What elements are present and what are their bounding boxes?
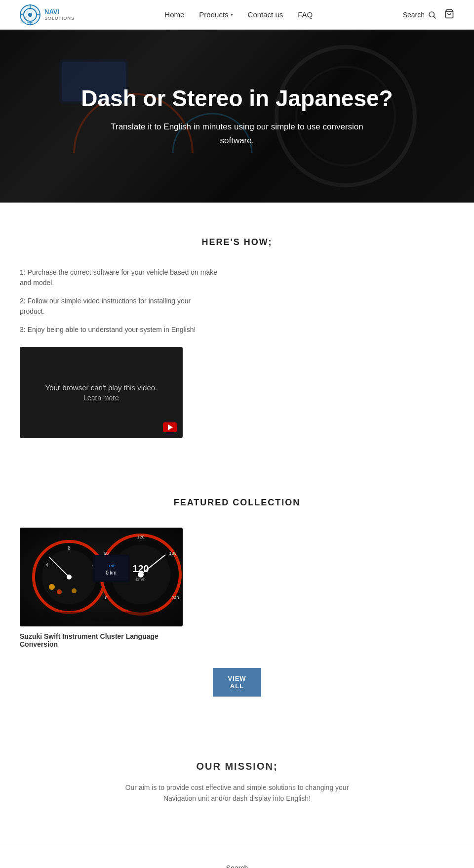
svg-text:0 km: 0 km	[106, 570, 117, 576]
cluster-svg: 8 4 4 120 km/h 120 60 180 0	[20, 528, 183, 626]
svg-text:0: 0	[105, 595, 107, 600]
search-icon	[428, 10, 436, 19]
view-all-button[interactable]: VIEWALL	[213, 668, 261, 697]
hero-title: Dash or Stereo in Japanese?	[81, 85, 393, 112]
step-1: 1: Purchase the correct software for you…	[20, 267, 217, 288]
cart-icon	[444, 9, 454, 19]
hero-content: Dash or Stereo in Japanese? Translate it…	[61, 85, 412, 147]
mission-text: Our aim is to provide cost effective and…	[118, 782, 356, 804]
nav-products[interactable]: Products	[199, 10, 228, 19]
svg-text:TRIP: TRIP	[107, 564, 116, 568]
nav-contact[interactable]: Contact us	[248, 10, 283, 19]
view-all-label: VIEWALL	[228, 675, 246, 690]
svg-text:180: 180	[169, 551, 176, 556]
svg-text:8: 8	[68, 545, 71, 551]
nav-faq[interactable]: FAQ	[298, 10, 313, 19]
hero-section: Dash or Stereo in Japanese? Translate it…	[0, 30, 474, 203]
main-nav: Home Products ▾ Contact us FAQ	[164, 10, 313, 19]
product-image: 8 4 4 120 km/h 120 60 180 0	[20, 528, 183, 626]
product-card[interactable]: 8 4 4 120 km/h 120 60 180 0	[20, 528, 183, 648]
featured-section: FEATURED COLLECTION 8 4	[0, 468, 474, 726]
svg-rect-37	[95, 556, 128, 580]
svg-point-17	[49, 584, 55, 590]
svg-point-8	[429, 12, 434, 17]
nav-home[interactable]: Home	[164, 10, 184, 19]
youtube-play-icon	[168, 424, 173, 430]
search-label: Search	[403, 11, 425, 19]
hero-subtitle: Translate it to English in minutes using…	[99, 120, 375, 147]
logo-text-navi: NAVI	[44, 8, 75, 15]
svg-line-9	[434, 16, 435, 18]
steps-list: 1: Purchase the correct software for you…	[20, 267, 217, 335]
cart-button[interactable]	[444, 9, 454, 21]
svg-text:120: 120	[137, 535, 144, 539]
footer-search-link[interactable]: Search	[0, 864, 474, 868]
nav-products-wrapper[interactable]: Products ▾	[199, 10, 233, 19]
svg-text:NAVI: NAVI	[27, 20, 33, 23]
svg-point-21	[67, 575, 72, 579]
svg-text:4: 4	[45, 563, 48, 568]
video-player[interactable]: Your browser can't play this video. Lear…	[20, 347, 183, 438]
chevron-down-icon: ▾	[231, 12, 233, 17]
logo[interactable]: NAVI NAVI SOLUTIONS	[20, 4, 75, 25]
logo-text-solutions: SOLUTIONS	[44, 16, 75, 21]
video-message: Your browser can't play this video.	[45, 383, 158, 392]
search-area[interactable]: Search	[403, 10, 436, 19]
how-section-title: HERE'S HOW;	[20, 237, 454, 248]
mission-title: OUR MISSION;	[20, 761, 454, 772]
product-title: Suzuki Swift Instrument Cluster Language…	[20, 632, 183, 648]
svg-text:240: 240	[171, 595, 179, 600]
svg-point-19	[72, 588, 77, 593]
video-learn-more-link[interactable]: Learn more	[83, 394, 119, 402]
svg-point-30	[138, 572, 144, 578]
youtube-icon[interactable]	[163, 422, 177, 432]
svg-rect-40	[44, 612, 158, 621]
step-2: 2: Follow our simple video instructions …	[20, 296, 217, 317]
svg-text:km/h: km/h	[136, 577, 146, 582]
featured-title: FEATURED COLLECTION	[20, 497, 454, 508]
svg-point-2	[28, 13, 32, 17]
svg-point-18	[57, 589, 62, 594]
header-right: Search	[403, 9, 454, 21]
how-section: HERE'S HOW; 1: Purchase the correct soft…	[0, 203, 474, 468]
cluster-background: 8 4 4 120 km/h 120 60 180 0	[20, 528, 183, 626]
mission-section: OUR MISSION; Our aim is to provide cost …	[0, 726, 474, 844]
logo-icon: NAVI	[20, 4, 40, 25]
view-all-wrapper: VIEWALL	[20, 668, 454, 697]
footer: Search © 2023, Navi-Solutions, Powered b…	[0, 844, 474, 868]
step-3: 3: Enjoy being able to understand your s…	[20, 325, 217, 335]
